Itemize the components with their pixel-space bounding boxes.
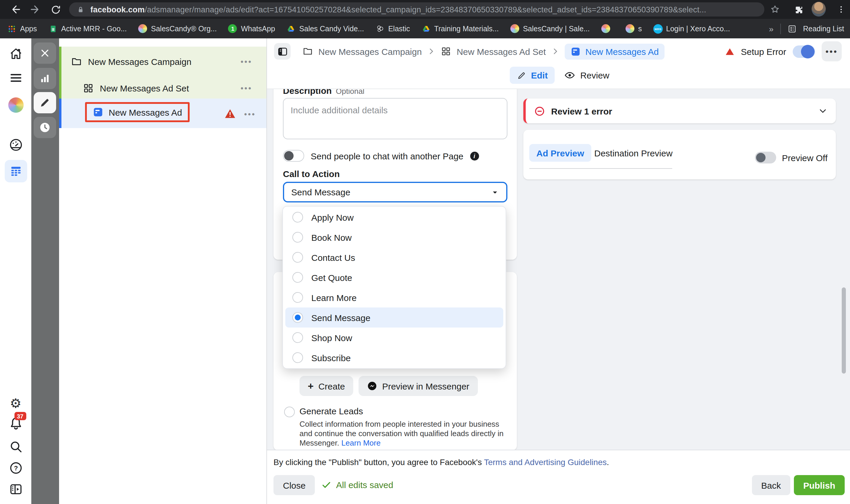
terms-text: By clicking the "Publish" button, you ag…	[274, 457, 609, 467]
reading-list-label[interactable]: Reading List	[803, 24, 844, 33]
pinwheel-icon	[625, 24, 635, 33]
cta-option[interactable]: Shop Now	[283, 327, 506, 348]
settings-gear-icon[interactable]: ⚙	[10, 397, 21, 410]
generate-leads-radio[interactable]	[284, 407, 295, 417]
header-more-button[interactable]: •••	[822, 41, 842, 61]
reload-icon[interactable]	[49, 2, 63, 17]
cta-select[interactable]: Send Message	[283, 182, 507, 202]
minus-circle-icon	[534, 105, 545, 116]
cta-option[interactable]: Get Quote	[283, 267, 506, 287]
radio-icon	[292, 332, 303, 343]
breadcrumb-campaign[interactable]: New Messages Campaign	[318, 46, 422, 56]
adset-more-icon[interactable]: •••	[241, 84, 252, 93]
bookmark-star-icon[interactable]	[768, 2, 782, 17]
business-avatar[interactable]	[8, 97, 23, 113]
forward-icon[interactable]	[28, 2, 42, 17]
menu-hamburger-icon[interactable]	[8, 71, 23, 85]
collapse-tree-button[interactable]	[274, 43, 291, 60]
bookmark-item[interactable]: xero Login | Xero Acco...	[653, 24, 730, 33]
bookmarks-overflow-icon[interactable]: »	[769, 24, 774, 33]
footer-bar: By clicking the "Publish" button, you ag…	[267, 450, 850, 504]
setup-error-toggle[interactable]	[793, 45, 815, 57]
bookmark-item[interactable]: s	[625, 24, 642, 33]
reading-list-icon	[787, 24, 797, 33]
xero-icon: xero	[653, 24, 662, 33]
tab-ad-preview[interactable]: Ad Preview	[529, 144, 591, 162]
preview-in-messenger-button[interactable]: Preview in Messenger	[359, 376, 478, 396]
chevron-down-icon[interactable]	[818, 106, 828, 116]
info-icon[interactable]: i	[470, 151, 479, 160]
folder-icon	[302, 46, 313, 57]
bookmark-item[interactable]: SalesCandy® Org...	[138, 24, 217, 33]
bookmark-item[interactable]: Training Materials...	[421, 24, 499, 33]
adset-grid-icon	[441, 46, 451, 57]
back-icon[interactable]	[8, 2, 22, 17]
bookmark-item[interactable]: Sales Candy Vide...	[286, 24, 364, 33]
campaign-more-icon[interactable]: •••	[241, 57, 252, 66]
bookmark-item[interactable]: 1 WhatsApp	[228, 24, 275, 33]
breadcrumb-adset[interactable]: New Messages Ad Set	[456, 46, 546, 56]
scrollbar-thumb[interactable]	[842, 287, 846, 374]
history-clock-icon[interactable]	[34, 117, 56, 138]
plus-icon: +	[308, 381, 314, 391]
campaign-group: New Messages Campaign ••• New Messages A…	[59, 47, 266, 98]
edit-review-tabs: Edit Review	[510, 67, 609, 84]
cta-option[interactable]: Apply Now	[283, 207, 506, 227]
terms-link[interactable]: Terms and Advertising Guidelines	[484, 457, 607, 467]
create-button[interactable]: + Create	[299, 376, 353, 396]
help-icon[interactable]: ?	[8, 461, 23, 475]
google-drive-icon	[421, 24, 431, 33]
collapse-rail-icon[interactable]	[8, 482, 23, 496]
profile-avatar[interactable]	[812, 2, 826, 16]
tab-review[interactable]: Review	[565, 70, 609, 81]
edit-content-area: Description Optional Include additional …	[267, 89, 850, 450]
preview-card: Ad Preview Destination Preview Preview O…	[523, 130, 836, 179]
learn-more-link[interactable]: Learn More	[342, 438, 381, 447]
search-icon[interactable]	[8, 440, 23, 454]
bookmark-item[interactable]	[601, 24, 614, 33]
cta-option[interactable]: Book Now	[283, 227, 506, 247]
divider	[780, 23, 781, 34]
cta-option[interactable]: Subscribe	[283, 348, 506, 368]
tree-item-ad-highlight[interactable]: New Messages Ad	[85, 102, 190, 122]
ad-group: New Messages Ad •••	[59, 98, 266, 128]
close-button[interactable]: Close	[274, 475, 315, 495]
performance-chart-icon[interactable]	[34, 68, 56, 89]
bookmark-apps[interactable]: Apps	[7, 24, 37, 33]
cta-option[interactable]: Contact Us	[283, 247, 506, 267]
review-error-card[interactable]: Review 1 error	[523, 98, 836, 123]
campaigns-table-icon[interactable]	[4, 160, 27, 182]
template-buttons: + Create Preview in Messenger	[299, 376, 478, 396]
url-bar[interactable]: facebook.com/adsmanager/manage/ads/edit?…	[69, 2, 764, 17]
tree-item-campaign[interactable]: New Messages Campaign	[71, 54, 191, 69]
breadcrumb-ad-active[interactable]: New Messages Ad	[565, 43, 664, 59]
tree-item-adset[interactable]: New Messages Ad Set	[83, 80, 189, 96]
bookmark-item[interactable]: Active MRR - Goo...	[48, 24, 127, 33]
publish-button[interactable]: Publish	[794, 475, 845, 495]
cta-option[interactable]: Learn More	[283, 287, 506, 307]
cta-dropdown: Apply Now Book Now Contact Us Get Quote …	[282, 206, 506, 369]
close-panel-icon[interactable]	[34, 42, 56, 64]
edit-pencil-icon[interactable]	[34, 92, 56, 113]
home-icon[interactable]	[8, 47, 23, 61]
back-button[interactable]: Back	[752, 475, 790, 495]
tab-edit[interactable]: Edit	[510, 67, 555, 84]
pinwheel-icon	[601, 24, 610, 33]
review-column: Review 1 error Ad Preview Destination Pr…	[523, 98, 836, 179]
bookmark-item[interactable]: Elastic	[375, 24, 410, 33]
tab-underline	[529, 168, 672, 169]
ads-reporting-icon[interactable]	[8, 138, 23, 152]
apps-grid-icon	[7, 24, 17, 33]
cta-option-selected[interactable]: Send Message	[285, 307, 503, 327]
description-textarea[interactable]: Include additional details	[283, 98, 507, 139]
browser-menu-icon[interactable]	[834, 2, 848, 17]
elastic-icon	[375, 24, 384, 33]
preview-toggle[interactable]	[755, 152, 776, 163]
extension-puzzle-icon[interactable]	[792, 2, 806, 17]
notifications-bell-icon[interactable]: 37	[8, 416, 23, 431]
caret-down-icon	[491, 188, 499, 196]
ad-more-icon[interactable]: •••	[244, 110, 256, 119]
chat-with-page-toggle[interactable]	[283, 150, 304, 162]
tab-destination-preview[interactable]: Destination Preview	[594, 144, 673, 162]
bookmark-item[interactable]: SalesCandy | Sale...	[510, 24, 590, 33]
